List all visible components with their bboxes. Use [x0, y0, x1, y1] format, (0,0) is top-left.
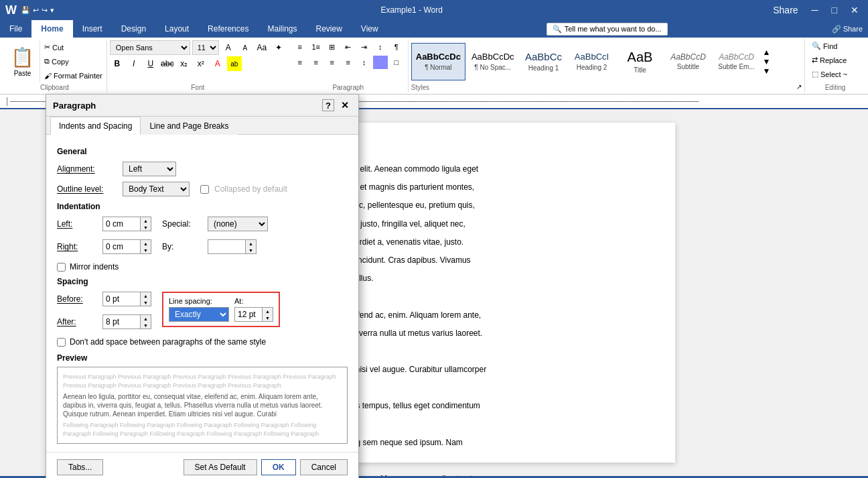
- paste-button[interactable]: 📋 Paste: [5, 40, 40, 82]
- underline-button[interactable]: U: [143, 56, 158, 71]
- numbering-button[interactable]: 1≡: [309, 40, 323, 54]
- border-button[interactable]: □: [389, 56, 404, 69]
- tab-insert[interactable]: Insert: [73, 20, 112, 38]
- set-default-button[interactable]: Set As Default: [184, 459, 257, 475]
- tab-file[interactable]: File: [0, 20, 31, 38]
- tab-review[interactable]: Review: [306, 20, 351, 38]
- style-nospace[interactable]: AaBbCcDc ¶ No Spac...: [467, 43, 519, 80]
- dialog-close-button[interactable]: ✕: [338, 109, 352, 112]
- left-spin-down[interactable]: ▼: [140, 224, 151, 231]
- subscript-button[interactable]: x₂: [177, 56, 192, 71]
- styles-scroll[interactable]: ▲ ▼ ▼: [762, 46, 772, 77]
- strikethrough-button[interactable]: abc: [160, 56, 175, 71]
- superscript-button[interactable]: x²: [194, 56, 208, 71]
- share-ribbon-button[interactable]: 🔗 Share: [832, 25, 863, 34]
- restore-button[interactable]: □: [828, 5, 841, 15]
- special-row: Special: (none): [162, 217, 268, 231]
- highlight-button[interactable]: ab: [227, 56, 242, 71]
- tell-me-input[interactable]: 🔍 Tell me what you want to do...: [547, 23, 668, 36]
- by-value[interactable]: [208, 240, 245, 253]
- change-case-button[interactable]: Aa: [255, 40, 269, 55]
- ok-button[interactable]: OK: [261, 459, 296, 475]
- after-value[interactable]: [103, 315, 140, 328]
- font-family-select[interactable]: Open Sans: [110, 40, 190, 55]
- grow-font-button[interactable]: A: [221, 40, 236, 55]
- collapsed-checkbox[interactable]: [200, 185, 209, 194]
- tab-indents-spacing[interactable]: Indents and Spacing: [50, 117, 141, 135]
- tab-design[interactable]: Design: [112, 20, 155, 38]
- tab-home[interactable]: Home: [31, 20, 72, 38]
- clear-format-button[interactable]: ✦: [271, 40, 286, 55]
- decrease-indent-button[interactable]: ⇤: [341, 40, 356, 54]
- sort-button[interactable]: ↕: [373, 40, 388, 54]
- tab-layout[interactable]: Layout: [155, 20, 198, 38]
- cut-button[interactable]: ✂ Cut: [43, 42, 104, 52]
- at-value[interactable]: [235, 308, 262, 321]
- show-formatting-button[interactable]: ¶: [389, 40, 404, 54]
- bold-button[interactable]: B: [110, 56, 125, 71]
- bullets-button[interactable]: ≡: [293, 40, 307, 54]
- by-spin-up[interactable]: ▲: [245, 240, 256, 247]
- left-spin-up[interactable]: ▲: [140, 217, 151, 224]
- tab-references[interactable]: References: [198, 20, 258, 38]
- dont-add-space-checkbox[interactable]: [57, 338, 66, 347]
- before-value[interactable]: [103, 292, 140, 306]
- left-value[interactable]: [103, 217, 140, 231]
- increase-indent-button[interactable]: ⇥: [357, 40, 372, 54]
- copy-button[interactable]: ⧉ Copy: [43, 56, 104, 66]
- tab-view[interactable]: View: [352, 20, 388, 38]
- minimize-button[interactable]: ─: [808, 5, 822, 15]
- close-button[interactable]: ✕: [847, 5, 863, 15]
- before-spin-up[interactable]: ▲: [140, 292, 151, 299]
- scroll-down-icon[interactable]: ▼: [763, 57, 771, 66]
- save-qa-button[interactable]: 💾: [21, 6, 30, 15]
- style-heading1[interactable]: AaBbCc Heading 1: [520, 43, 567, 80]
- special-select[interactable]: (none): [208, 217, 268, 231]
- at-spin-down[interactable]: ▼: [262, 314, 273, 321]
- replace-button[interactable]: ⇄ Replace: [809, 54, 861, 66]
- share-button[interactable]: Share: [769, 5, 802, 15]
- scroll-up-icon[interactable]: ▲: [763, 48, 771, 57]
- redo-qa-button[interactable]: ↪: [42, 6, 48, 15]
- italic-button[interactable]: I: [127, 56, 141, 71]
- font-size-select[interactable]: 11: [192, 40, 219, 55]
- tab-mailings[interactable]: Mailings: [258, 20, 306, 38]
- spacing-section-label: Spacing: [57, 277, 348, 286]
- undo-qa-button[interactable]: ↩: [33, 6, 39, 15]
- find-button[interactable]: 🔍 Find: [809, 40, 861, 52]
- style-title[interactable]: AaB Title: [617, 43, 664, 80]
- format-painter-button[interactable]: 🖌 Format Painter: [43, 71, 104, 80]
- style-subtle[interactable]: AaBbCcD Subtle Em...: [713, 43, 760, 80]
- select-button[interactable]: ⬚ Select ~: [809, 68, 861, 80]
- styles-expand-icon[interactable]: ↗: [796, 83, 802, 91]
- right-spin-down[interactable]: ▼: [140, 247, 151, 253]
- font-color-button[interactable]: A: [210, 56, 225, 71]
- style-subtitle[interactable]: AaBbCcD Subtitle: [665, 43, 712, 80]
- justify-button[interactable]: ≡: [341, 56, 356, 69]
- align-center-button[interactable]: ≡: [309, 56, 323, 69]
- outline-select[interactable]: Body Text: [123, 182, 190, 196]
- after-spin-up[interactable]: ▲: [140, 315, 151, 322]
- dialog-help-button[interactable]: ?: [322, 109, 334, 111]
- right-spin-up[interactable]: ▲: [140, 240, 151, 247]
- mirror-indents-checkbox[interactable]: [57, 263, 66, 272]
- align-right-button[interactable]: ≡: [325, 56, 340, 69]
- by-spin-down[interactable]: ▼: [245, 247, 256, 253]
- expand-styles-icon[interactable]: ▼: [763, 66, 771, 76]
- style-heading2[interactable]: AaBbCcI Heading 2: [569, 43, 616, 80]
- shrink-font-button[interactable]: A: [238, 40, 252, 55]
- tab-line-page-breaks[interactable]: Line and Page Breaks: [141, 117, 237, 135]
- before-spin-down[interactable]: ▼: [140, 299, 151, 306]
- after-spin-down[interactable]: ▼: [140, 322, 151, 328]
- right-value[interactable]: [103, 240, 140, 253]
- style-normal[interactable]: AaBbCcDc ¶ Normal: [411, 43, 465, 80]
- multilevel-button[interactable]: ⊞: [325, 40, 340, 54]
- at-spin-up[interactable]: ▲: [262, 308, 273, 314]
- align-left-button[interactable]: ≡: [293, 56, 307, 69]
- tabs-button[interactable]: Tabs...: [57, 459, 103, 475]
- line-spacing-select[interactable]: Exactly Single 1.5 lines Double At least…: [169, 307, 229, 322]
- alignment-select[interactable]: Left: [123, 162, 176, 176]
- shading-button[interactable]: [373, 56, 388, 69]
- line-spacing-button[interactable]: ↕: [357, 56, 372, 69]
- cancel-button[interactable]: Cancel: [300, 459, 348, 475]
